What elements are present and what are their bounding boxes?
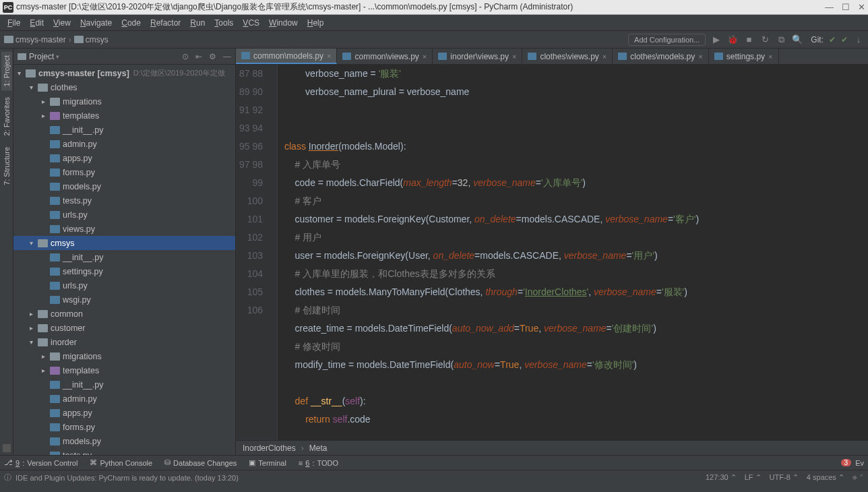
- menu-code[interactable]: Code: [117, 17, 146, 29]
- tree-item[interactable]: apps.py: [13, 406, 235, 420]
- bottom-tool-version-control[interactable]: ⎇9: Version Control: [4, 458, 78, 467]
- breadcrumb-item[interactable]: InorderClothes: [243, 443, 296, 453]
- tree-item[interactable]: ▾cmsys: [13, 236, 235, 250]
- git-pull-icon[interactable]: ↓: [853, 34, 864, 44]
- menu-view[interactable]: View: [49, 17, 75, 29]
- menu-help[interactable]: Help: [303, 17, 329, 29]
- menu-file[interactable]: File: [3, 17, 25, 29]
- tree-item[interactable]: settings.py: [13, 264, 235, 278]
- target-icon[interactable]: ⊙: [182, 52, 189, 61]
- py-icon: [50, 140, 60, 148]
- close-button[interactable]: ✕: [858, 2, 865, 12]
- tree-item[interactable]: wsgi.py: [13, 293, 235, 307]
- maximize-button[interactable]: ☐: [842, 2, 850, 12]
- close-tab-icon[interactable]: ×: [698, 53, 702, 61]
- tree-item[interactable]: tests.py: [13, 193, 235, 208]
- menu-run[interactable]: Run: [185, 17, 210, 29]
- tree-item[interactable]: tests.py: [13, 448, 235, 455]
- breadcrumb-item[interactable]: Meta: [309, 443, 328, 453]
- tree-item[interactable]: ▸templates: [13, 109, 235, 123]
- tree-item[interactable]: admin.py: [13, 392, 235, 406]
- editor-tab[interactable]: common\models.py×: [236, 49, 337, 64]
- tree-item[interactable]: ▸templates: [13, 363, 235, 377]
- status-field[interactable]: 127:30 ⌃: [706, 473, 737, 482]
- tree-item[interactable]: ▸customer: [13, 321, 235, 335]
- tool-window-icon[interactable]: [3, 444, 11, 452]
- project-title: Project: [29, 52, 54, 61]
- status-field[interactable]: UTF-8 ⌃: [770, 473, 799, 482]
- update-icon[interactable]: ↻: [760, 34, 770, 44]
- bottom-tool-database-changes[interactable]: ⛁Database Changes: [164, 458, 237, 467]
- breadcrumb-item[interactable]: cmsys: [74, 35, 108, 44]
- event-log-label[interactable]: Ev: [855, 459, 864, 467]
- menu-refactor[interactable]: Refactor: [146, 17, 185, 29]
- chevron-right-icon: ›: [301, 443, 304, 453]
- minimize-button[interactable]: —: [825, 2, 834, 12]
- editor-tab[interactable]: settings.py×: [709, 49, 779, 64]
- code-editor[interactable]: verbose_name = '服装' verbose_name_plural …: [278, 65, 868, 440]
- tool-window-tab[interactable]: 1: Project: [1, 51, 12, 90]
- tree-item[interactable]: __init__.py: [13, 123, 235, 137]
- tree-item[interactable]: models.py: [13, 179, 235, 193]
- tree-item[interactable]: urls.py: [13, 208, 235, 222]
- tree-item[interactable]: forms.py: [13, 420, 235, 434]
- editor-tab[interactable]: inorder\views.py×: [433, 49, 522, 64]
- run-icon[interactable]: ▶: [711, 34, 722, 44]
- editor-tab[interactable]: common\views.py×: [337, 49, 433, 64]
- code-breadcrumb[interactable]: InorderClothes › Meta: [236, 440, 868, 455]
- tree-item[interactable]: admin.py: [13, 137, 235, 151]
- status-field[interactable]: 4 spaces ⌃: [807, 473, 844, 482]
- menu-navigate[interactable]: Navigate: [75, 17, 117, 29]
- tree-item[interactable]: ▸migrations: [13, 349, 235, 363]
- tree-item[interactable]: ▾inorder: [13, 335, 235, 349]
- stop-icon[interactable]: ■: [743, 34, 754, 44]
- editor-tab[interactable]: clothes\views.py×: [522, 49, 613, 64]
- close-tab-icon[interactable]: ×: [768, 53, 772, 61]
- status-field[interactable]: ⎆ ⌃: [852, 473, 864, 482]
- close-tab-icon[interactable]: ×: [602, 53, 607, 61]
- fold-column[interactable]: [270, 65, 278, 440]
- gear-icon[interactable]: ⚙: [209, 52, 216, 61]
- tree-item[interactable]: apps.py: [13, 151, 235, 165]
- hide-icon[interactable]: —: [223, 52, 231, 61]
- close-tab-icon[interactable]: ×: [327, 52, 331, 60]
- close-tab-icon[interactable]: ×: [423, 53, 427, 61]
- tree-item[interactable]: ▾cmsys-master [cmsys]D:\定做区\2019-2020年定做: [13, 66, 235, 80]
- menu-vcs[interactable]: VCS: [238, 17, 264, 29]
- folder-icon: [38, 84, 48, 92]
- profiler-icon[interactable]: ⧉: [776, 34, 786, 45]
- tree-item[interactable]: urls.py: [13, 278, 235, 293]
- python-icon: [342, 53, 351, 60]
- debug-icon[interactable]: 🐞: [727, 34, 738, 44]
- project-header[interactable]: Project ▾ ⊙ ⇤ ⚙ —: [13, 49, 235, 65]
- tree-item[interactable]: ▸common: [13, 307, 235, 321]
- py-icon: [50, 211, 60, 219]
- add-configuration-button[interactable]: Add Configuration...: [628, 34, 706, 46]
- bottom-tool-python-console[interactable]: ⌘Python Console: [90, 458, 152, 467]
- error-badge[interactable]: 3: [841, 459, 852, 466]
- bottom-tool-terminal[interactable]: ▣Terminal: [249, 458, 286, 467]
- tree-item[interactable]: forms.py: [13, 165, 235, 179]
- tool-window-tab[interactable]: 2: Favorites: [1, 93, 12, 140]
- menu-edit[interactable]: Edit: [25, 17, 49, 29]
- git-push-icon[interactable]: ✔: [841, 35, 848, 44]
- git-commit-icon[interactable]: ✔: [829, 35, 836, 44]
- tree-item[interactable]: ▾clothes: [13, 80, 235, 94]
- breadcrumb-item[interactable]: cmsys-master: [4, 35, 66, 44]
- close-tab-icon[interactable]: ×: [512, 53, 516, 61]
- editor-tab[interactable]: clothes\models.py×: [613, 49, 708, 64]
- tree-item[interactable]: __init__.py: [13, 377, 235, 392]
- search-icon[interactable]: 🔍: [792, 34, 803, 44]
- tool-window-tab[interactable]: 7: Structure: [1, 143, 12, 189]
- tree-item[interactable]: ▸migrations: [13, 94, 235, 109]
- bottom-tool-todo[interactable]: ≡6: TODO: [299, 458, 338, 467]
- tree-item[interactable]: __init__.py: [13, 250, 235, 264]
- status-field[interactable]: LF ⌃: [745, 473, 762, 482]
- tree-item[interactable]: views.py: [13, 222, 235, 236]
- project-tree[interactable]: ▾cmsys-master [cmsys]D:\定做区\2019-2020年定做…: [13, 65, 235, 455]
- collapse-icon[interactable]: ⇤: [195, 52, 202, 61]
- folder-icon: [38, 338, 48, 346]
- menu-tools[interactable]: Tools: [210, 17, 238, 29]
- menu-window[interactable]: Window: [264, 17, 303, 29]
- tree-item[interactable]: models.py: [13, 434, 235, 448]
